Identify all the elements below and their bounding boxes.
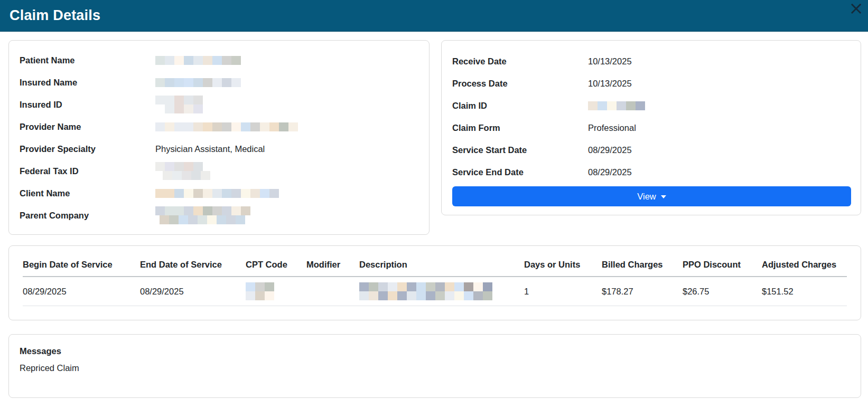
field-provider-name: Provider Name — [20, 116, 418, 138]
table-row: 08/29/2025 08/29/2025 1 $178.27 $26.75 $… — [23, 277, 847, 306]
field-label: Service End Date — [452, 167, 588, 177]
field-label: Claim Form — [452, 123, 588, 133]
redacted-value — [155, 162, 210, 180]
field-label: Provider Name — [20, 122, 155, 132]
redacted-value — [155, 189, 279, 198]
field-service-start-date: Service Start Date 08/29/2025 — [452, 139, 851, 161]
cell-end-date: 08/29/2025 — [140, 277, 246, 306]
field-label: Claim ID — [452, 101, 588, 111]
cell-adjusted-charges: $151.52 — [762, 277, 847, 306]
redacted-value — [588, 101, 645, 110]
view-button[interactable]: View — [452, 186, 851, 206]
field-provider-specialty: Provider Specialty Physician Assistant, … — [20, 138, 418, 160]
redacted-value — [155, 122, 298, 131]
field-federal-tax-id: Federal Tax ID — [20, 160, 418, 182]
field-label: Provider Specialty — [20, 144, 155, 154]
claim-summary-card: Receive Date 10/13/2025 Process Date 10/… — [441, 40, 861, 215]
service-lines-card: Begin Date of Service End Date of Servic… — [8, 245, 861, 320]
field-label: Receive Date — [452, 56, 588, 66]
redacted-value — [246, 282, 274, 300]
cell-modifier — [306, 277, 359, 306]
cell-cpt-code — [246, 277, 306, 306]
field-value: Professional — [588, 123, 636, 133]
field-receive-date: Receive Date 10/13/2025 — [452, 50, 851, 72]
field-value: 08/29/2025 — [588, 167, 632, 177]
field-claim-id: Claim ID — [452, 94, 851, 117]
field-label: Service Start Date — [452, 145, 588, 155]
field-label: Insured ID — [20, 100, 155, 110]
top-row: Patient Name Insured Name Insured ID Pro… — [8, 40, 861, 235]
field-insured-id: Insured ID — [20, 93, 418, 116]
service-lines-table: Begin Date of Service End Date of Servic… — [23, 256, 847, 306]
col-begin-date: Begin Date of Service — [23, 256, 140, 277]
redacted-value — [155, 56, 241, 65]
col-modifier: Modifier — [306, 256, 359, 277]
modal-body: Patient Name Insured Name Insured ID Pro… — [0, 32, 868, 398]
col-days-or-units: Days or Units — [524, 256, 602, 277]
col-adjusted-charges: Adjusted Charges — [762, 256, 847, 277]
view-button-label: View — [637, 192, 656, 202]
field-patient-name: Patient Name — [20, 49, 418, 71]
field-process-date: Process Date 10/13/2025 — [452, 72, 851, 94]
field-parent-company: Parent Company — [20, 204, 418, 226]
field-label: Client Name — [20, 188, 155, 198]
patient-provider-card: Patient Name Insured Name Insured ID Pro… — [8, 40, 430, 235]
cell-begin-date: 08/29/2025 — [23, 277, 140, 306]
modal-header: Claim Details × — [0, 0, 868, 32]
col-end-date: End Date of Service — [140, 256, 246, 277]
message-item: Repriced Claim — [20, 363, 850, 373]
cell-ppo-discount: $26.75 — [683, 277, 762, 306]
close-icon[interactable]: × — [846, 0, 867, 18]
page-title: Claim Details — [10, 7, 100, 24]
field-label: Process Date — [452, 79, 588, 89]
field-service-end-date: Service End Date 08/29/2025 — [452, 161, 851, 183]
field-value: Physician Assistant, Medical — [155, 144, 265, 154]
field-value: 10/13/2025 — [588, 79, 632, 89]
cell-days-or-units: 1 — [524, 277, 602, 306]
col-description: Description — [359, 256, 524, 277]
field-insured-name: Insured Name — [20, 71, 418, 93]
redacted-value — [155, 78, 241, 87]
field-value: 10/13/2025 — [588, 56, 632, 66]
field-label: Parent Company — [20, 211, 155, 221]
field-label: Insured Name — [20, 78, 155, 88]
redacted-value — [155, 96, 203, 113]
field-value: 08/29/2025 — [588, 145, 632, 155]
col-billed-charges: Billed Charges — [602, 256, 683, 277]
col-ppo-discount: PPO Discount — [683, 256, 762, 277]
field-client-name: Client Name — [20, 182, 418, 204]
cell-billed-charges: $178.27 — [602, 277, 683, 306]
field-label: Federal Tax ID — [20, 166, 155, 176]
messages-card: Messages Repriced Claim — [8, 334, 861, 398]
redacted-value — [155, 206, 250, 224]
table-header-row: Begin Date of Service End Date of Servic… — [23, 256, 847, 277]
cell-description — [359, 277, 524, 306]
messages-title: Messages — [20, 346, 850, 356]
field-claim-form: Claim Form Professional — [452, 117, 851, 139]
col-cpt-code: CPT Code — [246, 256, 306, 277]
field-label: Patient Name — [20, 55, 155, 65]
caret-down-icon — [661, 195, 666, 198]
redacted-value — [359, 282, 492, 300]
